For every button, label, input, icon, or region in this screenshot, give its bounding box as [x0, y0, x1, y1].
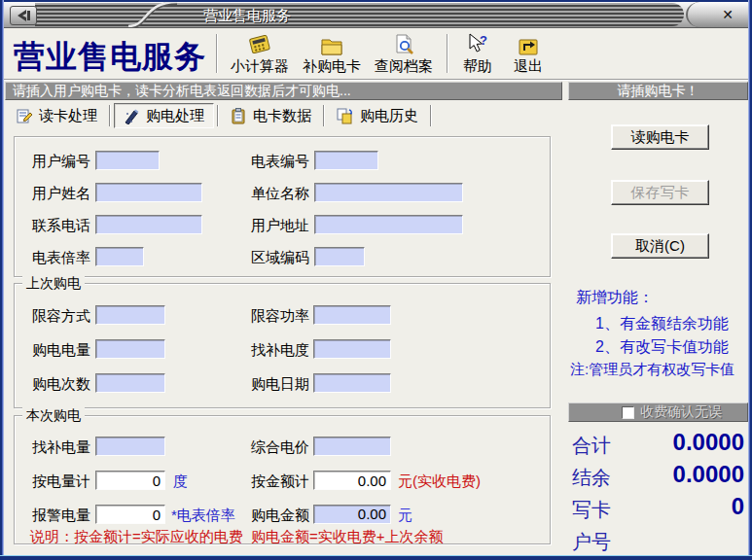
window-title: 营业售电服务 — [203, 7, 291, 25]
tab-card-data[interactable]: 电卡数据 — [222, 103, 320, 128]
org-name-field[interactable] — [314, 183, 463, 202]
read-card-button[interactable]: 读购电卡 — [611, 124, 709, 150]
toolbar-label: 帮助 — [463, 57, 492, 76]
user-name-field[interactable] — [95, 183, 202, 202]
limit-power-label: 限容功率 — [251, 305, 309, 326]
current-purchase-groupbox: 本次购电 找补电量 综合电价 按电量计 度 按金额计 元(实收电费) 报警电量 … — [14, 415, 551, 544]
status-message-bar: 请插入用户购电卡，读卡分析电表返回数据后才可购电... — [5, 82, 562, 100]
user-name-label: 用户姓名 — [32, 183, 90, 203]
confirm-label: 收费确认无误 — [640, 403, 722, 421]
total-label: 合计 — [572, 433, 611, 459]
tab-label: 购电历史 — [360, 107, 418, 125]
write-card-value: 0 — [732, 493, 744, 520]
degree-unit-suffix: 度 — [173, 471, 188, 491]
adjust-energy-label: 找补电量 — [32, 437, 90, 457]
folder-icon — [320, 31, 343, 56]
toolbar-separator — [216, 34, 218, 73]
unit-price-label: 综合电价 — [251, 437, 309, 457]
adjust-degree-label: 找补电度 — [251, 339, 309, 360]
alarm-energy-label: 报警电量 — [32, 505, 90, 525]
page-title: 营业售电服务 — [14, 36, 206, 79]
window-border-bottom — [0, 555, 752, 560]
address-field[interactable] — [314, 215, 463, 234]
adjust-energy-field[interactable] — [95, 437, 165, 456]
toolbar-button-repurchase-card[interactable]: 补购电卡 — [296, 31, 368, 76]
tab-purchase-history[interactable]: 购电历史 — [328, 103, 427, 128]
toolbar-label: 退出 — [514, 57, 543, 76]
note-purchase-amount: 购电金额=实收电费+上次余额 — [251, 528, 444, 546]
app-icon — [10, 6, 37, 25]
tab-read-card[interactable]: 读卡处理 — [8, 103, 106, 128]
svg-text:?: ? — [480, 33, 487, 48]
total-row: 写卡 0 — [570, 493, 746, 522]
limit-mode-label: 限容方式 — [32, 305, 90, 326]
clipboard-icon — [231, 108, 247, 124]
limit-power-field[interactable] — [313, 305, 391, 325]
last-purchase-groupbox: 上次购电 限容方式 限容功率 购电电量 找补电度 购电次数 购电日期 — [14, 283, 551, 408]
by-energy-label: 按电量计 — [32, 471, 90, 491]
window-border-left — [0, 0, 4, 560]
confirm-bar: 收费确认无误 — [568, 402, 748, 422]
toolbar-label: 补购电卡 — [303, 57, 361, 76]
address-label: 用户地址 — [251, 215, 309, 235]
total-row: 合计 0.0000 — [570, 429, 746, 458]
history-pages-icon — [337, 108, 354, 124]
purchase-count-field[interactable] — [95, 373, 165, 393]
by-amount-input[interactable] — [313, 471, 391, 490]
balance-label: 结余 — [572, 465, 611, 491]
toolbar-button-view-archive[interactable]: 查阅档案 — [368, 31, 440, 76]
user-id-label: 用户编号 — [32, 151, 90, 171]
toolbar-label: 查阅档案 — [375, 57, 433, 76]
app-logo-icon — [15, 9, 32, 22]
calculator-icon — [247, 31, 272, 56]
feature-item-1: 1、有金额结余功能 — [595, 314, 729, 334]
user-id-field[interactable] — [95, 151, 160, 170]
region-code-field[interactable] — [314, 247, 365, 266]
tab-separator — [430, 105, 432, 126]
meter-id-field[interactable] — [314, 151, 378, 170]
purchase-amount-field: 0.00 — [313, 505, 391, 524]
toolbar-separator — [447, 34, 448, 73]
toolbar-button-help[interactable]: ? 帮助 — [453, 31, 502, 76]
right-panel: 请插购电卡！ 读购电卡 保存写卡 取消(C) 新增功能： 1、有金额结余功能 2… — [568, 82, 748, 550]
cancel-button[interactable]: 取消(C) — [611, 233, 709, 259]
purchase-date-field[interactable] — [313, 373, 391, 393]
by-energy-input[interactable] — [95, 471, 165, 490]
save-write-card-button: 保存写卡 — [611, 180, 709, 205]
read-card-icon — [17, 108, 33, 124]
current-purchase-title: 本次购电 — [22, 407, 85, 423]
help-cursor-icon: ? — [466, 31, 489, 56]
meter-id-label: 电表编号 — [251, 151, 309, 171]
limit-mode-field[interactable] — [95, 305, 165, 325]
close-button[interactable]: ✕ — [719, 6, 736, 23]
meter-ratio-field[interactable] — [95, 247, 144, 266]
account-no-label: 户号 — [572, 529, 611, 555]
purchase-count-label: 购电次数 — [32, 373, 90, 394]
phone-field[interactable] — [95, 215, 202, 234]
adjust-degree-field[interactable] — [313, 339, 391, 359]
tab-purchase[interactable]: 购电处理 — [114, 103, 214, 128]
tabbar: 读卡处理 购电处理 电卡数据 — [8, 102, 435, 129]
unit-price-field[interactable] — [313, 437, 391, 456]
features-note: 注:管理员才有权改写卡值 — [570, 361, 734, 379]
purchase-pen-icon — [124, 108, 140, 124]
last-purchase-title: 上次购电 — [22, 275, 85, 291]
window-border-right — [748, 0, 752, 560]
tab-label: 读卡处理 — [39, 107, 97, 125]
meter-ratio-suffix: *电表倍率 — [171, 505, 235, 525]
search-doc-icon — [392, 31, 415, 56]
confirm-checkbox[interactable] — [622, 406, 634, 419]
note-by-amount: 说明：按金额计=实际应收的电费 — [30, 528, 243, 546]
last-energy-field[interactable] — [95, 339, 165, 359]
toolbar-button-calculator[interactable]: 小计算器 — [224, 31, 296, 76]
feature-item-2: 2、有改写卡值功能 — [595, 337, 729, 358]
meter-ratio-label: 电表倍率 — [32, 247, 90, 267]
tab-label: 电卡数据 — [253, 107, 311, 125]
alarm-energy-input[interactable] — [95, 505, 165, 524]
titlebar-swash-decoration — [126, 2, 179, 27]
toolbar-button-exit[interactable]: 退出 — [506, 31, 551, 76]
purchase-date-label: 购电日期 — [251, 373, 309, 394]
toolbar-divider — [4, 79, 748, 81]
tab-separator — [217, 105, 219, 126]
total-row: 户号 — [570, 525, 746, 554]
